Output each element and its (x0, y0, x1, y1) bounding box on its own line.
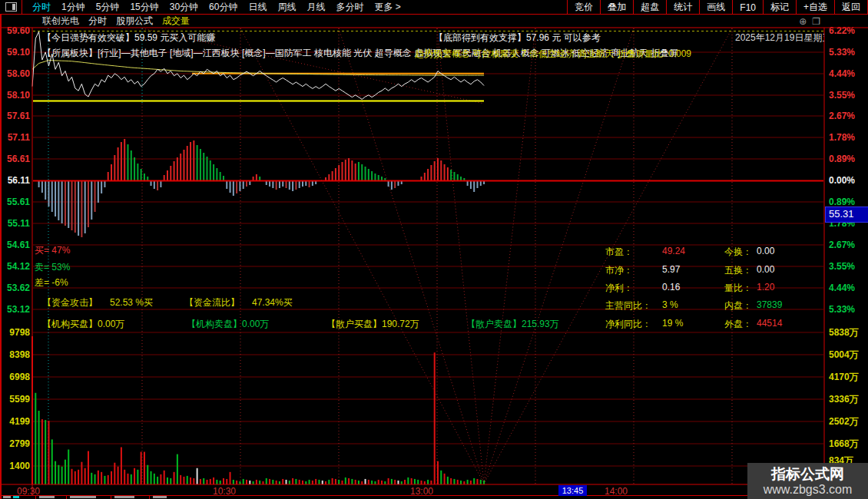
inforow-icons: ⊕ ❐ (799, 16, 820, 27)
period-tab-60分钟[interactable]: 60分钟 (209, 1, 237, 14)
stat-value: 0.16 (662, 282, 680, 292)
period-tab-月线[interactable]: 月线 (306, 1, 325, 14)
funds-item: 【散户买盘】190.72万 (326, 318, 419, 331)
info-tab-formula[interactable]: 股朋公式 (116, 15, 153, 28)
stat-value: 37839 (757, 299, 782, 310)
window-restore-icon[interactable]: ❐ (812, 16, 820, 27)
toolbar-button-竞价[interactable]: 竞价 (567, 0, 601, 14)
buy-pct-label: 买= 47% (35, 244, 70, 257)
diff-pct-label: 差= -6% (35, 276, 68, 289)
price-tag: 55.31 (825, 207, 868, 223)
stat-value: 0.00 (757, 246, 774, 256)
stat-label: 市盈： (605, 246, 633, 259)
clipped-tab[interactable] (0, 496, 36, 499)
chart-info-row: 联创光电 分时 股朋公式 成交量 ⊕ ❐ (0, 15, 868, 28)
stat-label: 量比： (724, 282, 752, 295)
stock-name[interactable]: 联创光电 (42, 15, 79, 28)
stat-value: 1.20 (757, 282, 774, 292)
period-tab-30分钟[interactable]: 30分钟 (170, 1, 198, 14)
stat-value: 5.97 (662, 264, 680, 275)
clipped-tab[interactable] (150, 496, 253, 499)
sell-pct-label: 卖= 53% (35, 261, 70, 274)
clipped-tab-strip[interactable] (0, 496, 868, 499)
clipped-tab[interactable] (111, 496, 150, 499)
site-watermark: 指标公式网 www.zbgs3.com (747, 463, 868, 499)
period-tabs: 分时1分钟5分钟15分钟30分钟60分钟日线周线月线多分时更多 > (27, 1, 406, 14)
period-tab-多分时[interactable]: 多分时 (336, 1, 363, 14)
toolbar-button-返回[interactable]: 返回 (834, 0, 868, 14)
toolbar-button-+自选[interactable]: +自选 (796, 0, 835, 14)
support-annotation: 【底部得到有效支撑】57.96 元 可以参考 (434, 31, 601, 45)
stat-label: 今换： (724, 246, 752, 259)
toolbar-button-画线[interactable]: 画线 (699, 0, 733, 14)
clipped-tab[interactable] (67, 496, 111, 499)
stat-label: 净利同比： (605, 318, 651, 331)
stat-label: 五换： (724, 264, 752, 277)
time-label: 13:00 (410, 486, 433, 497)
period-tab-周线[interactable]: 周线 (277, 1, 296, 14)
period-tab-更多 >[interactable]: 更多 > (374, 1, 400, 14)
watermark-title: 指标公式网 (771, 466, 844, 483)
window-panel-icon[interactable] (5, 2, 17, 12)
plus-circle-icon[interactable]: ⊕ (799, 16, 807, 27)
toolbar-button-叠加[interactable]: 叠加 (600, 0, 634, 14)
period-tab-日线[interactable]: 日线 (248, 1, 267, 14)
stat-label: 内盘： (724, 299, 752, 312)
stat-label: 净利： (605, 282, 633, 295)
toolbar-button-超盘[interactable]: 超盘 (633, 0, 667, 14)
fund-attack-label: 【资金攻击】 (42, 296, 98, 309)
stat-value: 3 % (662, 299, 678, 310)
fund-attack-value: 52.53 %买 (110, 296, 153, 309)
current-time-badge: 13:45 (558, 485, 587, 496)
stat-label: 主营同比： (605, 299, 651, 312)
time-label: 14:00 (605, 486, 628, 497)
stat-label: 市净： (605, 264, 633, 277)
fund-flow-value: 47.34%买 (252, 296, 293, 309)
menu-divider (22, 0, 22, 14)
toolbar-button-标记[interactable]: 标记 (763, 0, 797, 14)
toolbar-button-统计[interactable]: 统计 (666, 0, 700, 14)
period-menubar: 分时1分钟5分钟15分钟30分钟60分钟日线周线月线多分时更多 > 竞价叠加超盘… (0, 0, 868, 15)
time-label: 09:30 (17, 486, 40, 497)
time-label: 10:30 (213, 486, 236, 497)
toolbar-buttons: 竞价叠加超盘统计画线F10标记+自选返回 (568, 0, 868, 14)
date-label: 2025年12月19日星期五 (735, 31, 824, 45)
watermark-url: www.zbgs3.com (764, 483, 853, 497)
stat-value: 19 % (662, 318, 683, 329)
tdx-intraday-window: 分时1分钟5分钟15分钟30分钟60分钟日线周线月线多分时更多 > 竞价叠加超盘… (0, 0, 868, 499)
stat-value: 0.00 (757, 264, 774, 275)
funds-item: 【机构卖盘】0.00万 (187, 318, 269, 331)
stat-value: 49.24 (662, 246, 685, 256)
funds-item: 【机构买盘】0.00万 (42, 318, 124, 331)
period-tab-分时[interactable]: 分时 (32, 1, 51, 14)
info-tab-volume[interactable]: 成交量 (162, 15, 190, 28)
sector-overlay-text: 趋势预警概念 可控核聚变 7 倍低空经济 商业航天 折叠屏量比: 0.009 (415, 48, 691, 59)
stat-label: 外盘： (724, 318, 752, 331)
period-tab-15分钟[interactable]: 15分钟 (130, 1, 158, 14)
funds-item: 【散户卖盘】215.93万 (466, 318, 559, 331)
breakout-annotation: 【今日强势有效突破】59.59 元买入可能赚 (42, 31, 215, 45)
toolbar-button-F10[interactable]: F10 (732, 0, 764, 14)
stat-value: 44514 (757, 318, 782, 329)
clipped-tab[interactable] (36, 496, 67, 499)
period-tab-5分钟[interactable]: 5分钟 (96, 1, 120, 14)
sector-info-line: 【所属板块】[行业]—其他电子 [地域]—江西板块 [概念]—国防军工 核电核能… (33, 47, 824, 59)
period-tab-1分钟[interactable]: 1分钟 (61, 1, 85, 14)
info-tab-fenshi[interactable]: 分时 (88, 15, 107, 28)
fund-flow-label: 【资金流比】 (184, 296, 240, 309)
